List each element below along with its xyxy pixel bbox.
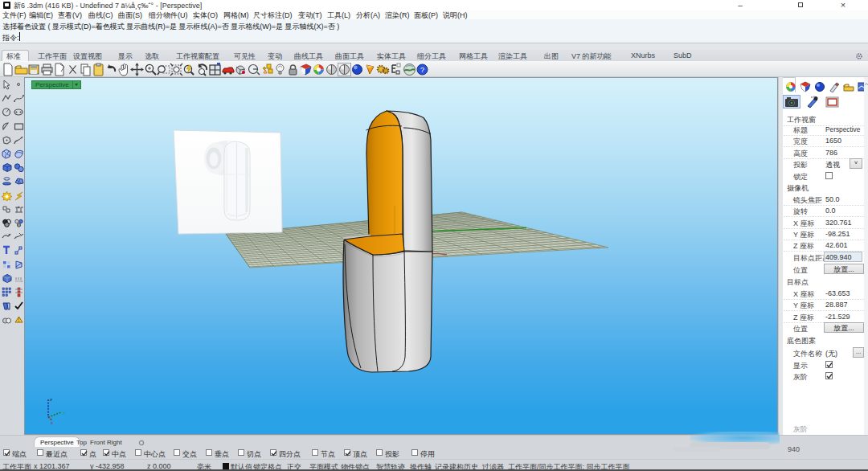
svg-text:?: ? (420, 66, 424, 74)
svg-text:z: z (50, 398, 52, 402)
svg-text:y: y (63, 410, 65, 415)
svg-text:x: x (51, 420, 53, 425)
